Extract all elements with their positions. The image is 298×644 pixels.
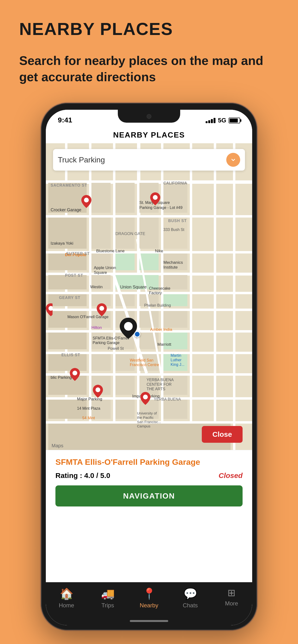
- current-location-dot: [134, 331, 140, 337]
- svg-point-75: [124, 322, 133, 330]
- map-label-sutter: SUTTER ST: [66, 252, 90, 256]
- svg-rect-17: [190, 143, 192, 450]
- svg-point-72: [84, 198, 89, 202]
- map-container[interactable]: Truck Parking Chinese Wayfair Tavern SAC…: [46, 143, 252, 450]
- svg-rect-66: [115, 400, 135, 419]
- map-label-crocker: Crocker Garage: [51, 208, 81, 212]
- camera: [146, 114, 152, 119]
- signal-icon: [206, 118, 215, 123]
- map-label-westfield: Westfield SanFrancisco Centre: [130, 358, 159, 367]
- marker-stmarys: [150, 192, 160, 206]
- map-label-izakaya: Izakaya Yoki: [51, 241, 73, 246]
- marker-crocker: [81, 195, 91, 209]
- phone-frame: 9:41 5G NEARBY PLACES: [41, 103, 257, 630]
- map-label-54mint: 54 Mint: [82, 416, 95, 420]
- svg-rect-26: [91, 218, 111, 249]
- map-label-apple: Apple UnionSquare: [94, 266, 116, 275]
- info-name: SFMTA Ellis-O'Farrell Parking Garage: [55, 457, 243, 467]
- svg-rect-47: [139, 311, 159, 328]
- info-meta: Rating : 4.0 / 5.0 Closed: [55, 472, 243, 480]
- svg-rect-7: [46, 330, 252, 332]
- map-label-nike: Nike: [155, 249, 163, 254]
- chats-icon: 💬: [184, 587, 197, 600]
- map-label-cheesecake: CheesecakeFactory: [149, 286, 170, 295]
- marker-impark: [140, 392, 151, 406]
- map-label-hilton: Hilton: [91, 325, 102, 330]
- app-header: NEARBY PLACES: [46, 126, 252, 143]
- marker-public: [70, 368, 80, 382]
- search-text: Truck Parking: [58, 156, 226, 164]
- map-label-yerbabuena: YERBA BUENA: [154, 397, 181, 402]
- battery-fill: [230, 118, 238, 122]
- svg-rect-2: [46, 215, 252, 218]
- svg-rect-68: [163, 400, 187, 419]
- svg-rect-13: [89, 143, 91, 450]
- info-card: SFMTA Ellis-O'Farrell Parking Garage Rat…: [46, 450, 252, 532]
- search-button[interactable]: [226, 153, 240, 167]
- marker-mason: [97, 303, 107, 317]
- home-icon: 🏠: [60, 587, 73, 600]
- status-time: 9:41: [58, 116, 72, 124]
- map-label-yerba: YERBA BUENACENTER FORTHE ARTS: [146, 378, 174, 392]
- map-label-university: University ofthe PacificSan Francisc...C…: [137, 411, 161, 428]
- phone-screen: 9:41 5G NEARBY PLACES: [46, 110, 252, 625]
- status-icons: 5G: [206, 117, 240, 124]
- svg-rect-19: [233, 143, 235, 450]
- nav-item-chats[interactable]: 💬 Chats: [174, 587, 207, 609]
- svg-point-76: [72, 371, 77, 376]
- more-icon: ⊞: [227, 587, 236, 598]
- svg-point-77: [95, 388, 100, 392]
- map-label-geary: GEARY ST: [59, 296, 80, 300]
- bottom-nav: 🏠 Home 🚚 Trips 📍 Nearby 💬 Chats ⊞ More: [46, 582, 252, 625]
- map-label-california: CALIFORNIA: [163, 181, 187, 186]
- svg-rect-49: [48, 332, 87, 349]
- svg-rect-61: [115, 376, 135, 395]
- home-indicator: [130, 620, 168, 622]
- map-label-post: POST ST: [65, 273, 83, 278]
- svg-rect-44: [48, 311, 87, 328]
- nav-label-trips: Trips: [101, 602, 114, 609]
- svg-rect-22: [115, 183, 135, 213]
- nav-label-nearby: Nearby: [140, 602, 158, 609]
- info-rating: Rating : 4.0 / 5.0: [55, 472, 110, 480]
- marker-sfmta-main: [120, 318, 137, 340]
- svg-point-74: [99, 306, 104, 311]
- app-header-title: NEARBY PLACES: [113, 130, 185, 140]
- svg-rect-21: [91, 183, 111, 213]
- svg-rect-14: [113, 143, 115, 450]
- nav-item-nearby[interactable]: 📍 Nearby: [132, 587, 166, 609]
- marker-major: [93, 385, 103, 399]
- nav-item-trips[interactable]: 🚚 Trips: [91, 587, 124, 609]
- close-button[interactable]: Close: [202, 426, 243, 443]
- map-label-powell: Powell St: [108, 346, 124, 351]
- search-bar[interactable]: Truck Parking: [53, 149, 245, 170]
- map-label-stmarys: St. Mary's SquareParking Garage - Lot #4…: [139, 200, 183, 210]
- map-label-dragongate: DRAGON GATE: [115, 232, 145, 236]
- map-label-unionsq: Union Square: [120, 284, 146, 290]
- svg-rect-18: [214, 143, 216, 450]
- bg-title: NEARBY PLACES: [19, 19, 173, 39]
- bg-subtitle: Search for nearby places on the map and …: [19, 53, 283, 85]
- map-label-public: blic Parking: [51, 375, 72, 380]
- svg-point-78: [143, 394, 148, 400]
- map-label-amber: Amber India: [150, 327, 172, 332]
- svg-rect-55: [91, 354, 111, 371]
- map-label-bluestone: Bluestone Lane: [96, 249, 124, 254]
- map-label-westin: Westin: [90, 284, 103, 290]
- map-label-mint: 14 Mint Plaza: [77, 406, 100, 411]
- nav-item-home[interactable]: 🏠 Home: [50, 587, 83, 609]
- trips-icon: 🚚: [101, 587, 115, 600]
- marker-left-edge: [46, 303, 53, 316]
- map-label-marriott: Marriott: [158, 342, 171, 347]
- nav-label-home: Home: [59, 602, 74, 609]
- map-label-bush: BUSH ST: [168, 219, 187, 223]
- nav-label-chats: Chats: [183, 602, 198, 609]
- map-label-sacramento: SACRAMENTO ST: [51, 183, 87, 188]
- navigation-button[interactable]: NAVIGATION: [55, 486, 243, 506]
- svg-rect-32: [115, 254, 135, 270]
- battery-icon: [229, 118, 240, 124]
- nav-item-more[interactable]: ⊞ More: [215, 587, 248, 607]
- info-status: Closed: [219, 472, 243, 480]
- map-background: Truck Parking Chinese Wayfair Tavern SAC…: [46, 143, 252, 450]
- map-label-333bush: 333 Bush St: [163, 228, 184, 232]
